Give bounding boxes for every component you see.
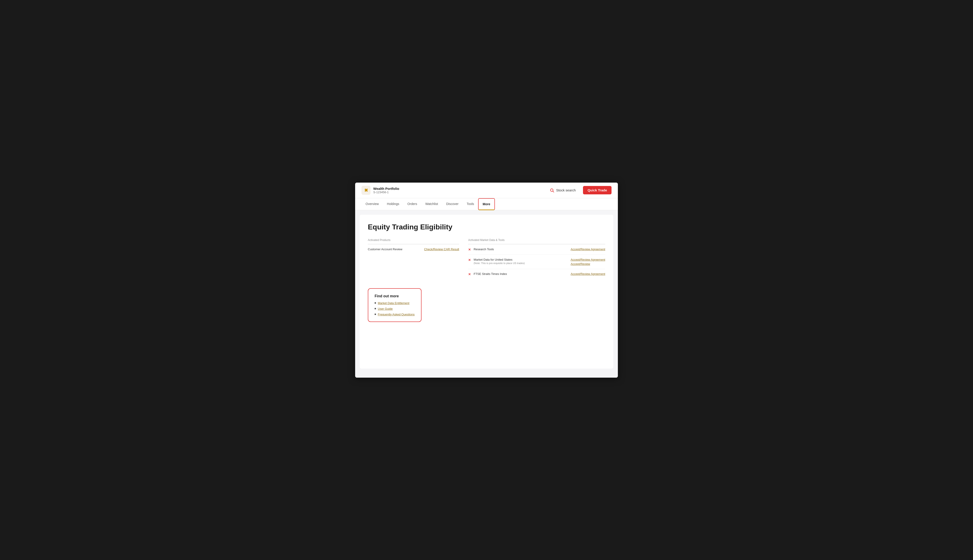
logo-area: ✖ Wealth Portfolio S-123456-1 [361, 186, 399, 195]
account-id: S-123456-1 [373, 190, 399, 194]
accept-review-link-1[interactable]: Accept/Review Agreement [571, 248, 605, 251]
x-icon: ✕ [468, 272, 471, 276]
nav-item-orders[interactable]: Orders [403, 198, 421, 210]
main-content: Equity Trading Eligibility Activated Pro… [355, 210, 618, 378]
browser-window: ✖ Wealth Portfolio S-123456-1 Stock sear… [355, 183, 618, 378]
bullet-icon [374, 313, 376, 315]
accept-review-link-3[interactable]: Accept/Review Agreement [571, 272, 605, 276]
market-item-label: FTSE Straits Times Index [473, 272, 568, 276]
activated-products-header: Activated Products [368, 238, 459, 244]
row-desc: FTSE Straits Times Index [473, 272, 568, 276]
accept-review-link-2a[interactable]: Accept/Review Agreement [571, 258, 605, 261]
list-item: User Guide [374, 307, 415, 310]
table-row: ✕ Market Data for United States (Note: T… [468, 255, 605, 269]
product-label: Customer Account Review [368, 248, 421, 251]
header-actions: Stock search Quick Trade [547, 186, 612, 194]
x-icon: ✕ [468, 258, 471, 262]
table-row: Customer Account Review Check/Review CAR… [368, 244, 459, 254]
market-data-entitlement-link[interactable]: Market Data Entitlement [378, 302, 409, 305]
market-item-label: Market Data for United States [473, 258, 568, 261]
table-row: ✕ Research Tools Accept/Review Agreement [468, 244, 605, 255]
find-out-more-title: Find out more [374, 294, 415, 298]
find-out-more-box: Find out more Market Data Entitlement Us… [368, 288, 421, 322]
car-link[interactable]: Check/Review CAR Result [424, 248, 459, 251]
app-logo: ✖ [361, 186, 371, 195]
account-info: Wealth Portfolio S-123456-1 [373, 187, 399, 194]
nav-item-watchlist[interactable]: Watchlist [421, 198, 442, 210]
search-icon [550, 188, 554, 193]
find-out-more-list: Market Data Entitlement User Guide Frequ… [374, 302, 415, 316]
svg-line-1 [553, 191, 554, 192]
accept-review-link-2b[interactable]: Accept/Review [571, 262, 605, 266]
row-links: Accept/Review Agreement [571, 248, 605, 251]
nav-item-tools[interactable]: Tools [463, 198, 478, 210]
list-item: Market Data Entitlement [374, 302, 415, 305]
account-name: Wealth Portfolio [373, 187, 399, 190]
header: ✖ Wealth Portfolio S-123456-1 Stock sear… [355, 183, 618, 198]
market-item-label: Research Tools [473, 248, 568, 251]
nav-item-holdings[interactable]: Holdings [383, 198, 403, 210]
row-links: Accept/Review Agreement Accept/Review [571, 258, 605, 266]
row-desc: Research Tools [473, 248, 568, 251]
table-row: ✕ FTSE Straits Times Index Accept/Review… [468, 269, 605, 279]
nav-item-more[interactable]: More [478, 198, 495, 210]
user-guide-link[interactable]: User Guide [378, 307, 393, 310]
list-item: Frequently Asked Questions [374, 313, 415, 316]
page-title: Equity Trading Eligibility [368, 223, 605, 231]
content-card: Equity Trading Eligibility Activated Pro… [359, 215, 614, 368]
activated-market-data-header: Activated Market Data & Tools [468, 238, 605, 244]
activated-market-data-section: Activated Market Data & Tools ✕ Research… [468, 238, 605, 279]
market-item-note: (Note: This is pre-requisite to place US… [473, 262, 568, 265]
nav-item-overview[interactable]: Overview [361, 198, 383, 210]
faq-link[interactable]: Frequently Asked Questions [378, 313, 415, 316]
activated-products-section: Activated Products Customer Account Revi… [368, 238, 459, 279]
nav-item-discover[interactable]: Discover [442, 198, 463, 210]
quick-trade-button[interactable]: Quick Trade [583, 186, 612, 194]
stock-search-button[interactable]: Stock search [547, 186, 578, 194]
row-desc: Market Data for United States (Note: Thi… [473, 258, 568, 265]
bullet-icon [374, 302, 376, 303]
row-links: Accept/Review Agreement [571, 272, 605, 276]
nav-bar: Overview Holdings Orders Watchlist Disco… [355, 198, 618, 210]
x-icon: ✕ [468, 248, 471, 252]
tables-container: Activated Products Customer Account Revi… [368, 238, 605, 279]
bullet-icon [374, 308, 376, 309]
